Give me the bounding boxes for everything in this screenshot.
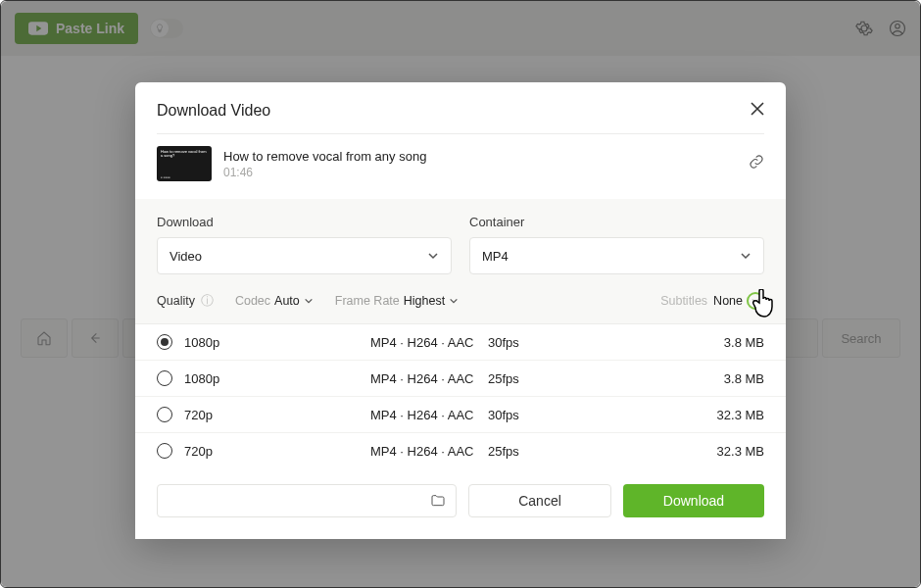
quality-list: 1080p MP4 · H264 · AAC 30fps 3.8 MB 1080… [135, 323, 786, 468]
quality-label: Quality [157, 294, 195, 308]
quality-resolution: 720p [184, 408, 370, 422]
codec-select[interactable]: Codec Auto [235, 294, 314, 308]
video-info: How to remove vocal from a song? ■ ■■■■ … [135, 134, 786, 199]
container-select[interactable]: MP4 [469, 237, 764, 274]
cancel-button[interactable]: Cancel [468, 484, 611, 517]
link-icon [749, 154, 764, 170]
folder-icon [430, 493, 446, 509]
options-panel: Download Video Container MP4 Quality ⓘ [135, 199, 786, 323]
info-icon[interactable]: ⓘ [201, 293, 214, 310]
quality-resolution: 720p [184, 444, 370, 459]
quality-resolution: 1080p [184, 371, 370, 386]
quality-size: 3.8 MB [625, 371, 764, 386]
container-select-value: MP4 [482, 249, 509, 264]
download-select-label: Download [157, 215, 452, 229]
chevron-down-icon [304, 296, 314, 306]
quality-row[interactable]: 720p MP4 · H264 · AAC 25fps 32.3 MB [135, 433, 786, 468]
radio-icon [157, 443, 172, 459]
subtitles-dropdown[interactable] [747, 292, 764, 310]
quality-format: MP4 · H264 · AAC [370, 371, 488, 386]
quality-fps: 30fps [488, 408, 625, 422]
quality-format: MP4 · H264 · AAC [370, 408, 488, 422]
quality-fps: 25fps [488, 444, 625, 459]
chevron-down-icon [427, 250, 439, 262]
video-title: How to remove vocal from any song [223, 149, 737, 164]
quality-resolution: 1080p [184, 335, 370, 350]
quality-row[interactable]: 1080p MP4 · H264 · AAC 25fps 3.8 MB [135, 361, 786, 397]
close-icon [751, 102, 764, 116]
modal-title: Download Video [157, 102, 270, 120]
chevron-down-icon [751, 297, 759, 305]
radio-icon [157, 407, 172, 422]
quality-fps: 30fps [488, 335, 625, 350]
radio-icon [157, 370, 172, 386]
download-button[interactable]: Download [623, 484, 764, 517]
quality-format: MP4 · H264 · AAC [370, 335, 488, 350]
container-select-label: Container [469, 215, 764, 229]
quality-size: 32.3 MB [625, 408, 764, 422]
chevron-down-icon [740, 250, 751, 262]
video-duration: 01:46 [223, 166, 737, 179]
quality-row[interactable]: 720p MP4 · H264 · AAC 30fps 32.3 MB [135, 397, 786, 433]
framerate-select[interactable]: Frame Rate Highest [335, 294, 459, 308]
app-window: Paste Link Search [0, 0, 921, 588]
modal-footer: Cancel Download [135, 468, 786, 539]
quality-format: MP4 · H264 · AAC [370, 444, 488, 459]
download-select-value: Video [170, 249, 202, 264]
chevron-down-icon [449, 296, 459, 306]
quality-size: 3.8 MB [625, 335, 764, 350]
subtitles-label: Subtitles [660, 294, 707, 308]
close-button[interactable] [751, 102, 764, 120]
quality-row[interactable]: 1080p MP4 · H264 · AAC 30fps 3.8 MB [135, 324, 786, 361]
quality-fps: 25fps [488, 371, 625, 386]
radio-icon [157, 334, 172, 350]
download-video-modal: Download Video How to remove vocal from … [135, 82, 786, 539]
video-thumbnail: How to remove vocal from a song? ■ ■■■■ [157, 146, 212, 181]
subtitles-value: None [713, 294, 743, 308]
output-path-field[interactable] [157, 484, 457, 517]
download-select[interactable]: Video [157, 237, 452, 274]
quality-size: 32.3 MB [625, 444, 764, 459]
copy-link-button[interactable] [749, 154, 764, 173]
